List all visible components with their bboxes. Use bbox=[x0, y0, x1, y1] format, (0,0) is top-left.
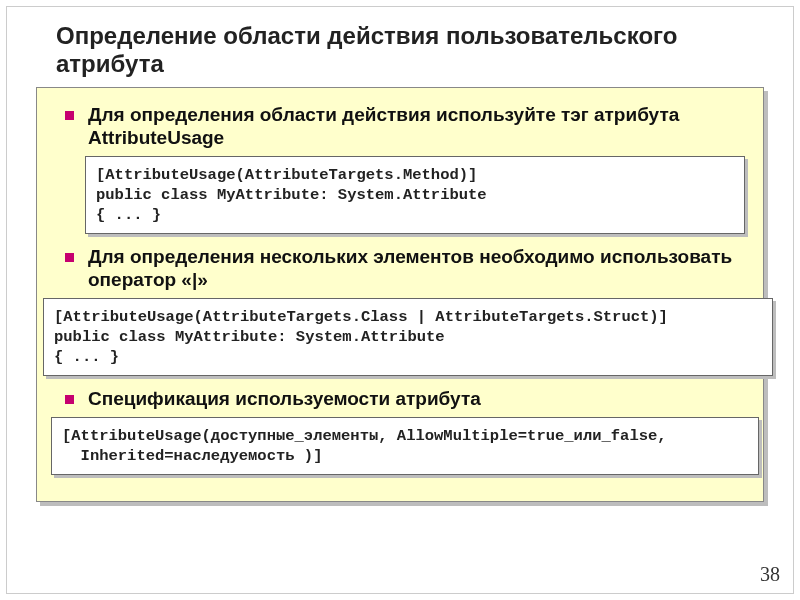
code-box-1: [AttributeUsage(AttributeTargets.Method)… bbox=[85, 156, 745, 234]
bullet-2: Для определения нескольких элементов нео… bbox=[65, 246, 745, 292]
bullet-3: Спецификация используемости атрибута bbox=[65, 388, 745, 411]
square-bullet-icon bbox=[65, 253, 74, 262]
square-bullet-icon bbox=[65, 111, 74, 120]
bullet-2-text: Для определения нескольких элементов нео… bbox=[88, 246, 745, 292]
bullet-1: Для определения области действия использ… bbox=[65, 104, 745, 150]
square-bullet-icon bbox=[65, 395, 74, 404]
bullet-1-text: Для определения области действия использ… bbox=[88, 104, 745, 150]
slide-title: Определение области действия пользовател… bbox=[56, 22, 764, 77]
code-box-2: [AttributeUsage(AttributeTargets.Class |… bbox=[43, 298, 773, 376]
page-number: 38 bbox=[760, 563, 780, 586]
content-panel: Для определения области действия использ… bbox=[36, 87, 764, 502]
bullet-3-text: Спецификация используемости атрибута bbox=[88, 388, 745, 411]
code-box-3: [AttributeUsage(доступные_элементы, Allo… bbox=[51, 417, 759, 475]
slide: Определение области действия пользовател… bbox=[0, 0, 800, 600]
